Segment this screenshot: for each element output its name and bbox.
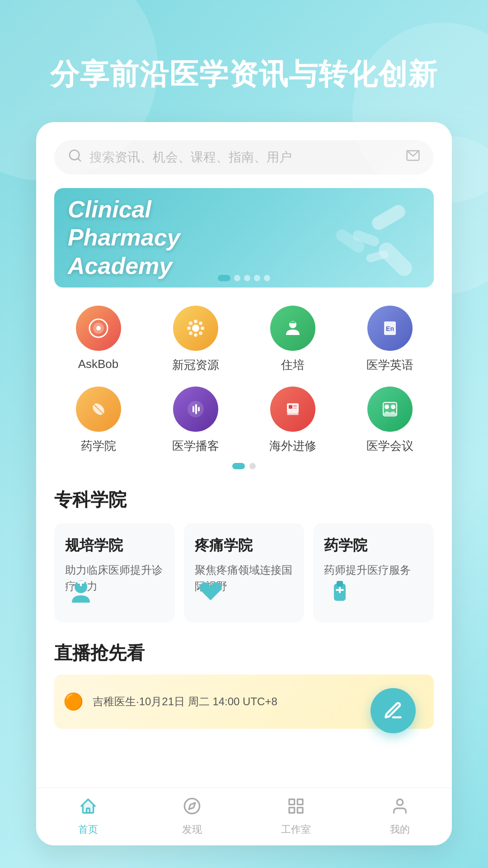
specialty-card-title-2: 疼痛学院: [195, 536, 294, 556]
heart-icon: [195, 576, 226, 613]
icon-item-podcast[interactable]: 医学播客: [151, 387, 239, 454]
svg-rect-44: [289, 807, 295, 813]
specialty-cards: 规培学院 助力临床医师提升诊疗能力 疼痛学院 聚焦疼痛领域连接国际视野: [54, 523, 434, 623]
icon-covid: [173, 306, 218, 351]
svg-point-6: [192, 325, 199, 332]
svg-rect-22: [192, 406, 194, 412]
grid-page-dots: [54, 463, 434, 469]
specialty-card-pain[interactable]: 疼痛学院 聚焦疼痛领域连接国际视野: [184, 523, 305, 623]
icon-abroad: [270, 387, 315, 432]
svg-rect-42: [289, 799, 295, 805]
specialty-title: 专科学院: [54, 483, 434, 512]
nav-label-discover: 发现: [182, 823, 202, 836]
svg-text:En: En: [386, 325, 394, 332]
icon-item-training[interactable]: 住培: [249, 306, 337, 373]
banner-title: Clinical Pharmacy Academy: [68, 195, 239, 280]
icon-label-english: 医学英语: [366, 357, 413, 373]
icon-item-english[interactable]: En 医学英语: [346, 306, 434, 373]
nav-item-studio[interactable]: 工作室: [244, 797, 348, 836]
icon-label-abroad: 海外进修: [269, 438, 316, 454]
compass-icon: [183, 797, 201, 819]
icon-askbob: [76, 306, 121, 351]
svg-point-12: [199, 321, 202, 325]
banner-dot-5: [264, 275, 270, 281]
specialty-card-title-3: 药学院: [324, 536, 423, 556]
icon-label-askbob: AskBob: [78, 357, 119, 371]
svg-point-46: [397, 799, 403, 805]
icon-grid-row2: 药学院 医学播客: [54, 387, 434, 454]
home-icon: [79, 797, 97, 819]
nav-label-studio: 工作室: [281, 823, 311, 836]
svg-rect-24: [198, 407, 200, 411]
medicine-icon: [324, 576, 356, 613]
svg-point-5: [96, 326, 101, 330]
icon-label-covid: 新冠资源: [172, 357, 219, 373]
banner[interactable]: Clinical Pharmacy Academy: [54, 188, 434, 288]
icon-label-pharmacy: 药学院: [81, 438, 116, 454]
svg-point-40: [184, 798, 199, 813]
nav-item-profile[interactable]: 我的: [348, 797, 452, 836]
icon-pharmacy: [76, 387, 121, 432]
svg-rect-45: [297, 807, 303, 813]
svg-point-10: [201, 326, 204, 330]
nav-label-profile: 我的: [390, 823, 410, 836]
grid-dot-1: [232, 463, 245, 469]
svg-point-14: [199, 331, 202, 335]
icon-item-abroad[interactable]: 海外进修: [249, 387, 337, 454]
svg-point-9: [187, 326, 191, 330]
svg-rect-29: [287, 413, 299, 415]
banner-decoration: [307, 197, 425, 278]
icon-grid-row1: AskBob 新冠资源: [54, 306, 434, 373]
search-placeholder: 搜索资讯、机会、课程、指南、用户: [89, 149, 406, 166]
svg-point-7: [194, 320, 197, 323]
doctor-icon: [65, 576, 97, 613]
svg-point-13: [189, 331, 192, 335]
icon-item-pharmacy[interactable]: 药学院: [54, 387, 142, 454]
livestream-title: 直播抢先看: [54, 641, 145, 665]
icon-training: [270, 306, 315, 351]
icon-label-podcast: 医学播客: [172, 438, 219, 454]
live-avatar-icon: 🟠: [63, 692, 84, 711]
svg-rect-26: [289, 405, 292, 409]
icon-conference: [367, 387, 413, 432]
svg-point-31: [385, 405, 389, 409]
banner-dot-4: [254, 275, 260, 281]
svg-rect-39: [339, 587, 341, 593]
svg-marker-41: [189, 803, 195, 809]
specialty-card-title-1: 规培学院: [65, 536, 164, 556]
svg-point-11: [189, 321, 192, 325]
fab-button[interactable]: [371, 688, 416, 733]
svg-point-8: [194, 333, 197, 337]
svg-rect-43: [297, 799, 303, 805]
livestream-header: 直播抢先看: [54, 641, 434, 665]
svg-rect-25: [287, 403, 299, 413]
svg-point-32: [391, 405, 395, 409]
nav-item-home[interactable]: 首页: [36, 797, 140, 836]
specialty-card-pharm[interactable]: 药学院 药师提升医疗服务: [313, 523, 434, 623]
svg-rect-37: [337, 581, 343, 586]
grid-icon: [287, 797, 305, 819]
nav-item-discover[interactable]: 发现: [140, 797, 244, 836]
svg-rect-35: [80, 582, 82, 586]
svg-rect-28: [293, 408, 297, 409]
icon-english: En: [367, 306, 413, 351]
grid-dot-2: [249, 463, 256, 469]
icon-label-training: 住培: [281, 357, 305, 373]
icon-label-conference: 医学会议: [366, 438, 413, 454]
icon-podcast: [173, 387, 218, 432]
person-icon: [391, 797, 409, 819]
specialty-card-guipei[interactable]: 规培学院 助力临床医师提升诊疗能力: [54, 523, 175, 623]
phone-card: 搜索资讯、机会、课程、指南、用户 Clinical Pharmacy Acade…: [36, 122, 452, 845]
nav-label-home: 首页: [78, 823, 98, 836]
svg-rect-23: [195, 404, 197, 414]
icon-item-askbob[interactable]: AskBob: [54, 306, 142, 373]
svg-rect-16: [290, 321, 296, 323]
banner-dot-3: [244, 275, 250, 281]
bottom-nav: 首页 发现 工作室: [36, 788, 452, 845]
icon-item-covid[interactable]: 新冠资源: [151, 306, 239, 373]
icon-item-conference[interactable]: 医学会议: [346, 387, 434, 454]
svg-rect-27: [293, 405, 297, 407]
